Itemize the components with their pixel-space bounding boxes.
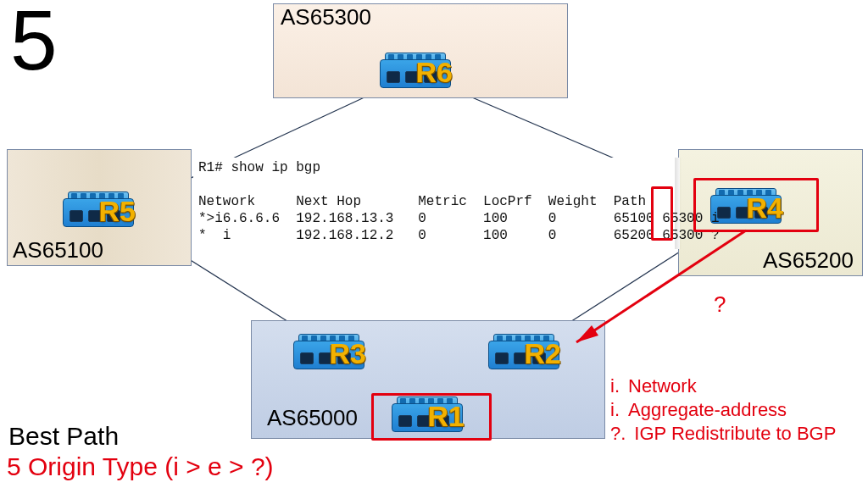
router-label: R5 [99,195,136,228]
cli-row: * i 192.168.12.2 0 100 0 65200 65300 ? [198,228,720,243]
router-label: R3 [330,337,366,370]
footer-subtitle: 5 Origin Type (i > e > ?) [7,452,274,481]
slide-number: 5 [10,0,58,89]
as-label: AS65100 [13,237,103,263]
legend-code: ?. [610,422,626,446]
router-r5: R5 [63,191,132,225]
router-label: R4 [747,191,783,225]
legend-code: i. [610,398,620,422]
footer-title: Best Path [8,422,119,451]
legend-code: i. [610,374,620,398]
router-r2: R2 [488,334,558,368]
shadow [675,158,682,249]
as-label: AS65300 [281,4,371,30]
cli-prompt: R1# show ip bgp [198,160,320,175]
legend-row: ?. IGP Redistribute to BGP [610,422,836,446]
router-label: R2 [525,337,561,370]
legend-text: IGP Redistribute to BGP [634,422,836,446]
origin-legend: i. Network i. Aggregate-address ?. IGP R… [610,374,836,446]
router-r4: R4 [710,188,780,222]
cli-row: *>i6.6.6.6 192.168.13.3 0 100 0 65100 65… [198,211,720,226]
router-r6: R6 [380,53,449,86]
router-label: R1 [428,400,465,433]
legend-text: Aggregate-address [628,398,787,422]
as-label: AS65200 [763,247,854,274]
legend-text: Network [628,374,697,398]
cli-headers: Network Next Hop Metric LocPrf Weight Pa… [198,194,646,209]
legend-row: i. Aggregate-address [610,398,836,422]
router-label: R6 [416,56,453,89]
as-label: AS65000 [267,405,358,431]
cli-output: R1# show ip bgp Network Next Hop Metric … [193,158,680,249]
question-mark: ? [714,291,726,318]
router-r1: R1 [392,396,461,430]
router-r3: R3 [293,334,363,368]
legend-row: i. Network [610,374,836,398]
